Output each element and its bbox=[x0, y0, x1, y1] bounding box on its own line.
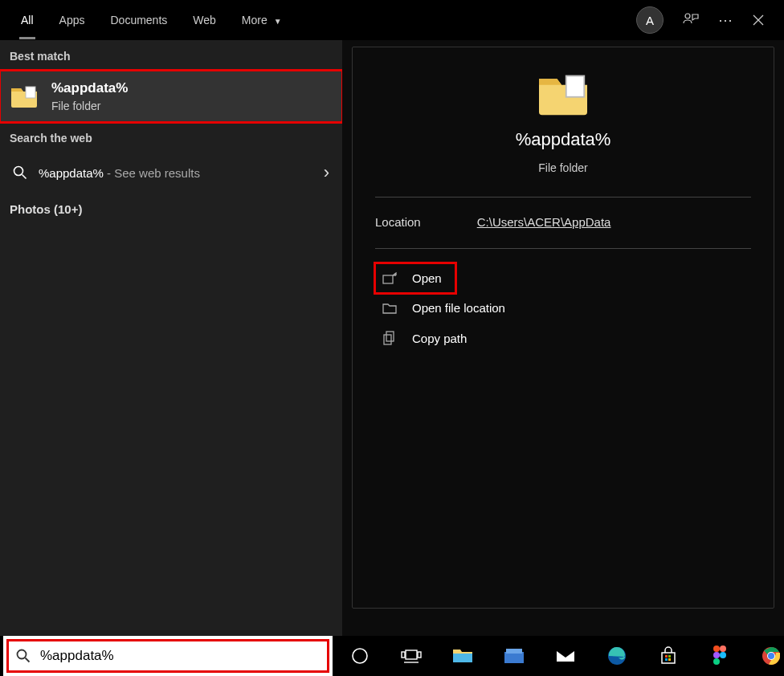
location-path[interactable]: C:\Users\ACER\AppData bbox=[477, 215, 611, 229]
chrome-icon[interactable] bbox=[758, 643, 784, 669]
preview-panel: %appdata% File folder Location C:\Users\… bbox=[352, 47, 774, 609]
chevron-right-icon: › bbox=[324, 162, 329, 183]
chevron-down-icon: ▼ bbox=[274, 17, 282, 26]
svg-rect-12 bbox=[453, 654, 472, 662]
svg-rect-5 bbox=[386, 332, 394, 341]
best-match-subtitle: File folder bbox=[51, 100, 128, 112]
svg-rect-11 bbox=[418, 652, 421, 658]
task-view-icon[interactable] bbox=[398, 643, 424, 669]
tab-more[interactable]: More ▼ bbox=[229, 4, 295, 36]
action-open[interactable]: Open bbox=[375, 263, 455, 293]
svg-rect-6 bbox=[384, 335, 391, 344]
search-icon bbox=[16, 649, 31, 663]
svg-rect-20 bbox=[668, 658, 671, 661]
svg-rect-19 bbox=[665, 658, 668, 661]
divider bbox=[375, 248, 751, 249]
svg-rect-14 bbox=[506, 649, 522, 654]
svg-rect-4 bbox=[383, 275, 393, 283]
tab-web[interactable]: Web bbox=[180, 4, 229, 36]
header-right: A ⋯ bbox=[636, 6, 776, 34]
svg-point-24 bbox=[720, 652, 726, 658]
best-match-label: Best match bbox=[0, 40, 342, 71]
preview-column: %appdata% File folder Location C:\Users\… bbox=[342, 40, 784, 636]
location-row: Location C:\Users\ACER\AppData bbox=[375, 212, 751, 240]
more-options-icon[interactable]: ⋯ bbox=[718, 11, 733, 29]
tab-more-label: More bbox=[242, 14, 267, 26]
search-web-label: Search the web bbox=[0, 122, 342, 153]
svg-point-23 bbox=[713, 652, 720, 658]
location-label: Location bbox=[375, 215, 421, 229]
user-avatar[interactable]: A bbox=[636, 6, 664, 34]
divider bbox=[375, 197, 751, 198]
copy-icon bbox=[382, 331, 398, 345]
action-open-file-location[interactable]: Open file location bbox=[375, 293, 751, 323]
preview-header: %appdata% File folder bbox=[375, 70, 751, 189]
svg-point-8 bbox=[353, 649, 367, 663]
taskbar-search-value: %appdata% bbox=[40, 648, 114, 664]
figma-icon[interactable] bbox=[707, 643, 733, 669]
open-icon bbox=[382, 272, 398, 285]
web-suffix: - See web results bbox=[104, 166, 200, 180]
cortana-icon[interactable] bbox=[347, 643, 373, 669]
tab-apps[interactable]: Apps bbox=[47, 4, 98, 36]
svg-point-7 bbox=[18, 650, 27, 659]
svg-rect-9 bbox=[406, 650, 417, 659]
feedback-icon[interactable] bbox=[683, 12, 699, 28]
store-icon[interactable] bbox=[655, 643, 681, 669]
svg-point-2 bbox=[14, 167, 23, 176]
search-icon bbox=[13, 165, 27, 180]
filter-tabs: All Apps Documents Web More ▼ bbox=[8, 4, 295, 36]
svg-rect-3 bbox=[566, 76, 585, 97]
best-match-title: %appdata% bbox=[51, 80, 128, 96]
web-query: %appdata% bbox=[39, 166, 104, 180]
mail-icon[interactable] bbox=[553, 643, 578, 669]
svg-rect-10 bbox=[402, 652, 405, 658]
best-match-text: %appdata% File folder bbox=[51, 80, 128, 112]
svg-rect-17 bbox=[665, 655, 668, 658]
tab-documents[interactable]: Documents bbox=[97, 4, 180, 36]
svg-point-22 bbox=[720, 645, 726, 652]
action-copy-path[interactable]: Copy path bbox=[375, 323, 751, 353]
svg-point-21 bbox=[713, 645, 720, 652]
taskbar-tray bbox=[333, 636, 784, 676]
edge-icon[interactable] bbox=[604, 643, 630, 669]
action-open-label: Open bbox=[412, 271, 442, 285]
svg-rect-1 bbox=[26, 87, 35, 98]
app-icon[interactable] bbox=[501, 643, 527, 669]
preview-subtitle: File folder bbox=[538, 161, 587, 174]
svg-rect-18 bbox=[668, 655, 671, 658]
action-open-file-location-label: Open file location bbox=[412, 301, 505, 315]
svg-point-25 bbox=[713, 658, 720, 665]
folder-outline-icon bbox=[382, 302, 398, 315]
taskbar-search-box[interactable]: %appdata% bbox=[3, 636, 333, 676]
preview-folder-icon bbox=[536, 70, 590, 118]
preview-title: %appdata% bbox=[516, 129, 611, 150]
best-match-result[interactable]: %appdata% File folder bbox=[0, 71, 342, 122]
close-icon[interactable] bbox=[752, 14, 765, 26]
tab-all[interactable]: All bbox=[8, 4, 47, 36]
folder-icon bbox=[10, 83, 39, 109]
file-explorer-icon[interactable] bbox=[450, 643, 476, 669]
taskbar: %appdata% bbox=[0, 636, 784, 676]
search-header: All Apps Documents Web More ▼ A ⋯ bbox=[0, 0, 784, 40]
web-search-result[interactable]: %appdata% - See web results › bbox=[0, 153, 342, 193]
results-column: Best match %appdata% File folder Search … bbox=[0, 40, 342, 636]
svg-rect-13 bbox=[504, 652, 524, 663]
photos-section[interactable]: Photos (10+) bbox=[0, 193, 342, 226]
action-copy-path-label: Copy path bbox=[412, 332, 467, 345]
web-search-text: %appdata% - See web results bbox=[39, 166, 200, 180]
svg-point-0 bbox=[685, 14, 690, 18]
svg-point-28 bbox=[768, 653, 774, 659]
main-area: Best match %appdata% File folder Search … bbox=[0, 40, 784, 636]
